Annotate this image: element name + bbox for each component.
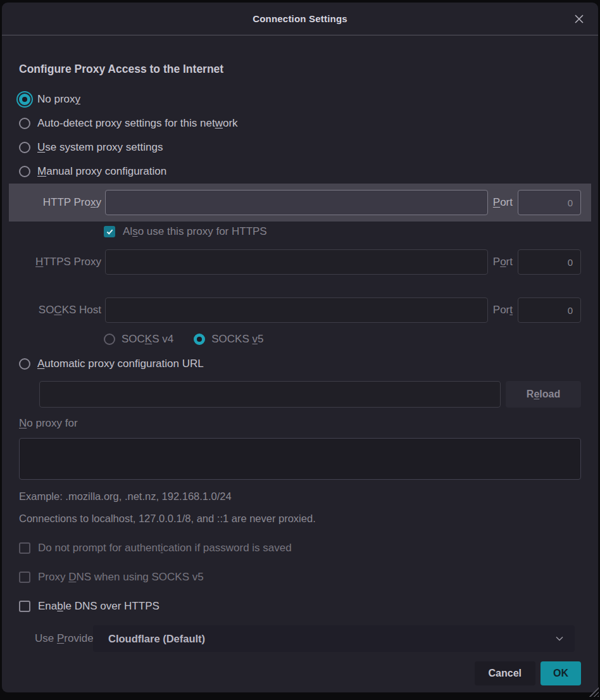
doh-provider-row: Use Provider Cloudflare (Default)	[19, 625, 575, 652]
socks-v5-radio[interactable]	[194, 334, 205, 345]
auto-url-radio[interactable]	[19, 358, 30, 370]
no-proxy-for-label: No proxy for	[19, 417, 78, 430]
auto-config-url-input[interactable]	[39, 381, 501, 408]
reload-button[interactable]: Reload	[506, 381, 581, 408]
auto-detect-label: Auto-detect proxy settings for this netw…	[37, 117, 238, 130]
proxy-dns-checkbox[interactable]	[19, 572, 30, 583]
https-proxy-input[interactable]	[105, 249, 488, 275]
chevron-down-icon	[554, 634, 565, 644]
http-port-input[interactable]	[518, 190, 581, 215]
no-prompt-auth-checkbox[interactable]	[19, 542, 30, 554]
no-prompt-auth-label: Do not prompt for authentication if pass…	[38, 542, 292, 554]
socks-v5-label: SOCKS v5	[211, 333, 263, 346]
socks-version-row: SOCKS v4 SOCKS v5	[104, 330, 581, 348]
system-proxy-radio[interactable]	[19, 142, 30, 153]
socks-v4-radio[interactable]	[104, 334, 115, 345]
auto-url-label: Automatic proxy configuration URL	[37, 358, 204, 370]
close-button[interactable]	[572, 11, 587, 27]
system-proxy-label: Use system proxy settings	[37, 141, 163, 154]
manual-proxy-radio[interactable]	[19, 166, 30, 177]
no-proxy-for-textarea[interactable]	[19, 438, 581, 480]
dialog-footer: Cancel OK	[19, 661, 581, 685]
also-https-checkbox-row[interactable]: Also use this proxy for HTTPS	[104, 223, 581, 241]
cancel-button[interactable]: Cancel	[475, 661, 535, 685]
close-icon	[573, 13, 585, 25]
https-port-label: Port	[493, 256, 513, 268]
enable-doh-label: Enable DNS over HTTPS	[38, 600, 159, 613]
http-proxy-label: HTTP Proxy	[19, 196, 101, 209]
https-port-input[interactable]	[518, 249, 581, 275]
dialog-titlebar: Connection Settings	[2, 3, 598, 35]
http-proxy-input[interactable]	[105, 190, 488, 215]
auto-url-field-row: Reload	[39, 381, 581, 408]
socks-port-label: Port	[493, 304, 513, 316]
radio-option-auto-detect[interactable]: Auto-detect proxy settings for this netw…	[19, 111, 581, 135]
auto-detect-radio[interactable]	[19, 118, 30, 129]
dialog-content: Configure Proxy Access to the Internet N…	[2, 61, 598, 685]
no-prompt-auth-checkbox-row[interactable]: Do not prompt for authentication if pass…	[19, 539, 581, 557]
check-icon	[107, 228, 113, 234]
radio-option-no-proxy[interactable]: No proxy	[19, 87, 581, 111]
also-https-label: Also use this proxy for HTTPS	[123, 225, 267, 238]
https-proxy-field-row: HTTPS Proxy Port	[19, 249, 581, 275]
enable-doh-checkbox[interactable]	[19, 601, 30, 612]
enable-doh-checkbox-row[interactable]: Enable DNS over HTTPS	[19, 597, 581, 615]
radio-option-system-proxy[interactable]: Use system proxy settings	[19, 135, 581, 159]
radio-option-auto-url[interactable]: Automatic proxy configuration URL	[19, 352, 581, 376]
no-proxy-for-label-row: No proxy for	[19, 415, 581, 432]
section-heading: Configure Proxy Access to the Internet	[19, 61, 581, 77]
dialog-title: Connection Settings	[253, 13, 347, 24]
https-proxy-label: HTTPS Proxy	[19, 256, 101, 268]
manual-proxy-label: Manual proxy configuration	[37, 165, 166, 178]
no-proxy-radio[interactable]	[19, 94, 30, 105]
proxy-dns-checkbox-row[interactable]: Proxy DNS when using SOCKS v5	[19, 568, 581, 586]
proxy-dns-label: Proxy DNS when using SOCKS v5	[38, 571, 204, 584]
use-provider-label: Use Provider	[19, 632, 93, 645]
socks-port-input[interactable]	[518, 297, 581, 323]
also-https-checkbox[interactable]	[104, 226, 115, 237]
radio-option-manual-proxy[interactable]: Manual proxy configuration	[19, 159, 581, 184]
socks-host-input[interactable]	[105, 297, 488, 323]
no-proxy-label: No proxy	[37, 93, 80, 106]
socks-host-label: SOCKS Host	[19, 304, 101, 316]
doh-provider-value: Cloudflare (Default)	[108, 633, 554, 645]
example-note: Example: .mozilla.org, .net.nz, 192.168.…	[19, 489, 581, 504]
doh-provider-select[interactable]: Cloudflare (Default)	[93, 625, 575, 652]
ok-button[interactable]: OK	[541, 661, 581, 685]
connection-settings-dialog: Connection Settings Configure Proxy Acce…	[2, 3, 598, 692]
localhost-note: Connections to localhost, 127.0.0.1/8, a…	[19, 511, 581, 526]
http-proxy-field-row: HTTP Proxy Port	[19, 190, 581, 215]
socks-host-field-row: SOCKS Host Port	[19, 297, 581, 323]
socks-v4-label: SOCKS v4	[122, 333, 173, 346]
http-proxy-row-highlighted: HTTP Proxy Port	[9, 184, 591, 222]
http-port-label: Port	[493, 196, 513, 209]
